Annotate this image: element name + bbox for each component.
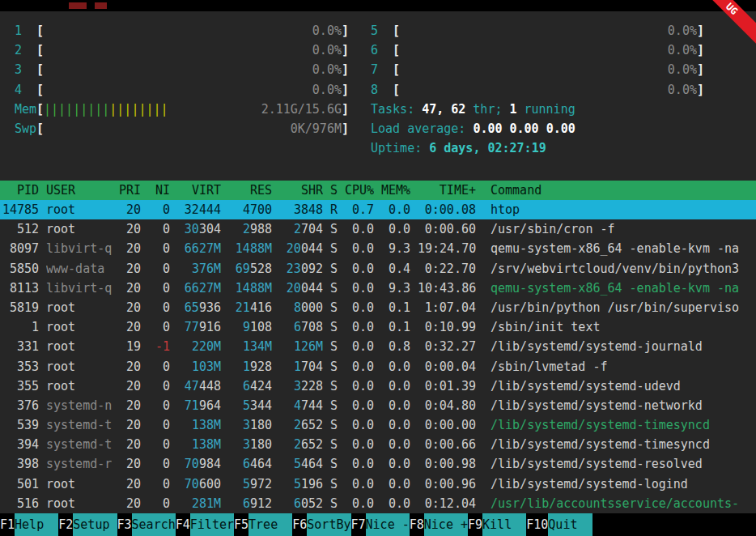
process-row-5850[interactable]: 5850www-data200376M6952823092S0.00.40:22… [0,259,756,279]
meters-section: 1[0.0%]2[0.0%]3[0.0%]4[0.0%] Mem[|||||||… [0,11,756,161]
process-row-501[interactable]: 501root2007060059725196S0.00.00:00.96/li… [0,474,756,494]
swap-meter-value: 0K/976M [291,119,342,138]
load-average-label: Load average: [371,119,465,138]
cpu-meter-3: 3[0.0%] [0,60,356,79]
process-row-8097[interactable]: 8097libvirt-q2006627M1488M20044S0.09.319… [0,239,756,258]
function-key-quit[interactable]: F10Quit [526,513,592,536]
function-key-filter[interactable]: F4Filter [176,513,234,536]
uptime-line: Uptime:6 days, 02:27:19 [356,138,756,158]
process-row-394[interactable]: 394systemd-t200138M31802652S0.00.00:00.6… [0,435,756,454]
function-bar: F1Help F2Setup F3SearchF4FilterF5Tree F6… [0,513,756,536]
cpu-meter-8: 8[0.0%] [356,80,756,100]
process-row-355[interactable]: 355root2004744864243228S0.00.00:01.39/li… [0,376,756,396]
cpu-meters-right: 5[0.0%]6[0.0%]7[0.0%]8[0.0%] [356,21,756,100]
process-row-353[interactable]: 353root200103M19281704S0.00.00:00.04/sbi… [0,357,756,376]
process-table-header: PIDUSERPRINIVIRTRESSHRSCPU%MEM%TIME+Comm… [0,181,756,200]
cpu-meter-6: 6[0.0%] [356,40,756,60]
meters-left-column: 1[0.0%]2[0.0%]3[0.0%]4[0.0%] Mem[|||||||… [0,21,356,161]
process-table: PIDUSERPRINIVIRTRESSHRSCPU%MEM%TIME+Comm… [0,181,756,513]
process-row-516[interactable]: 516root200281M69126052S0.00.00:12.04/usr… [0,494,756,513]
process-row-512[interactable]: 512root2003030429882704S0.00.00:00.60/us… [0,219,756,239]
meter-open-bracket: [ [36,100,44,119]
running-count: 1 [509,100,516,119]
swap-meter-label: Swp [15,119,36,138]
process-row-398[interactable]: 398systemd-r2007098464645464S0.00.00:00.… [0,454,756,474]
meter-open-bracket: [ [36,119,44,138]
threads-label: thr; [473,100,502,119]
column-header-pri[interactable]: PRI [119,181,141,200]
process-row-331[interactable]: 331root19-1220M134M126MS0.00.80:32.27/li… [0,337,756,356]
debug-ribbon-label: UG [711,0,756,45]
function-key-nice+[interactable]: F8Nice + [410,513,468,536]
function-key-help[interactable]: F1Help [0,513,58,536]
column-header-command[interactable]: Command [491,181,756,200]
function-key-kill[interactable]: F9Kill [468,513,526,536]
process-row-539[interactable]: 539systemd-t200138M31802652S0.00.00:00.0… [0,415,756,435]
blank-line [0,161,756,181]
tasks-label: Tasks: [371,100,414,119]
column-header-pid[interactable]: PID [2,181,39,200]
meter-close-bracket: ] [342,100,349,119]
process-row-1[interactable]: 1root2007791691086708S0.00.10:10.99/sbin… [0,317,756,337]
terminal-topbar [0,0,756,11]
function-key-search[interactable]: F3Search [117,513,176,536]
cpu-meters-left: 1[0.0%]2[0.0%]3[0.0%]4[0.0%] [0,21,356,100]
load-five-minutes: 0.00 [510,119,539,138]
cpu-meter-4: 4[0.0%] [0,80,356,100]
running-label: running [525,100,575,119]
function-key-tree[interactable]: F5Tree [234,513,292,536]
load-fifteen-minutes: 0.00 [546,119,575,138]
process-row-376[interactable]: 376systemd-n2007196453444744S0.00.00:04.… [0,396,756,415]
column-header-shr[interactable]: SHR [279,181,323,200]
load-average-line: Load average:0.000.000.00 [356,119,756,138]
uptime-value: 6 days, 02:27:19 [429,138,546,158]
htop-terminal: UG 1[0.0%]2[0.0%]3[0.0%]4[0.0%] Mem[||||… [0,0,756,536]
column-header-res[interactable]: RES [228,181,272,200]
load-one-minute: 0.00 [473,119,502,138]
column-header-mem[interactable]: MEM% [381,181,410,200]
column-header-virt[interactable]: VIRT [177,181,221,200]
column-header-ni[interactable]: NI [148,181,170,200]
threads-count: 62 [451,100,465,119]
column-header-s[interactable]: S [330,181,338,200]
memory-meter-label: Mem [15,100,36,119]
function-key-nice[interactable]: F7Nice - [351,513,410,536]
tasks-count: 47, [422,100,444,119]
tasks-line: Tasks:47,62thr;1running [356,100,756,119]
memory-bars: ||||||||||||||||| [44,100,168,119]
memory-meter: Mem[|||||||||||||||||2.11G/15.6G] [0,100,356,119]
function-key-setup[interactable]: F2Setup [58,513,117,536]
process-row-14785[interactable]: 14785root2003244447003848R0.70.00:00.08h… [0,200,756,219]
cpu-meter-2: 2[0.0%] [0,40,356,60]
process-rows: 14785root2003244447003848R0.70.00:00.08h… [0,200,756,513]
process-row-8113[interactable]: 8113libvirt-q2006627M1488M20044S0.09.310… [0,279,756,298]
debug-corner-ribbon: UG [711,0,756,45]
topbar-mark [69,2,87,9]
function-key-sortby[interactable]: F6SortBy [292,513,350,536]
meters-right-column: 5[0.0%]6[0.0%]7[0.0%]8[0.0%] Tasks:47,62… [356,21,756,161]
column-header-user[interactable]: USER [46,181,112,200]
swap-meter: Swp[0K/976M] [0,119,356,138]
topbar-mark [95,2,107,9]
memory-meter-value: 2.11G/15.6G [261,100,342,119]
column-header-time[interactable]: TIME+ [418,181,476,200]
column-header-cpu[interactable]: CPU% [345,181,374,200]
cpu-meter-7: 7[0.0%] [356,60,756,79]
uptime-label: Uptime: [371,138,422,158]
cpu-meter-5: 5[0.0%] [356,21,756,40]
meter-close-bracket: ] [342,119,349,138]
cpu-meter-1: 1[0.0%] [0,21,356,40]
process-row-5819[interactable]: 5819root20065936214168000S0.00.11:07.04/… [0,298,756,317]
